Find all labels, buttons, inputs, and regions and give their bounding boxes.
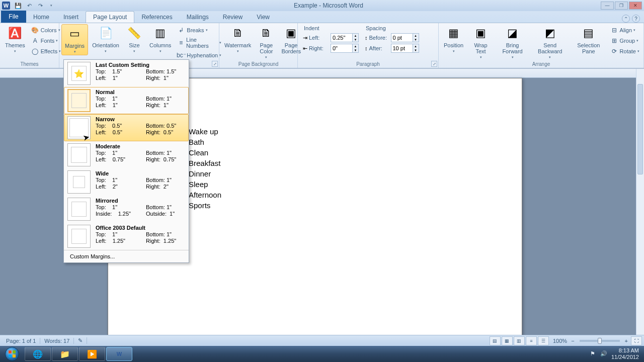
doc-line: Clean <box>189 147 441 158</box>
size-icon: 📏 <box>126 25 142 41</box>
bring-forward-icon: ◪ <box>505 25 521 41</box>
indent-right-input[interactable]: ▲▼ <box>331 44 359 53</box>
quick-access-toolbar: 💾 ↶ ↷ ▾ <box>12 1 56 10</box>
margin-option-name: Last Custom Setting <box>96 62 196 68</box>
colors-button[interactable]: 🎨Colors▾ <box>29 25 63 35</box>
size-button[interactable]: 📏Size▾ <box>123 24 145 54</box>
indent-right-icon: ⇤ <box>303 45 307 52</box>
watermark-button[interactable]: 🗎Watermark▾ <box>221 24 254 54</box>
draft-view-button[interactable]: ☰ <box>538 336 549 345</box>
breaks-button[interactable]: ↲Breaks▾ <box>175 25 223 35</box>
minimize-button[interactable]: — <box>601 2 614 10</box>
spacing-label: Spacing <box>365 25 419 32</box>
clock-time: 8:13 AM <box>611 347 639 354</box>
margin-option-narrow[interactable]: NarrowTop: 0.5"Bottom: 0.5"Left: 0.5"Rig… <box>64 114 189 141</box>
mailings-tab[interactable]: Mailings <box>180 12 216 23</box>
line-numbers-button[interactable]: ≡Line Numbers▾ <box>175 36 223 50</box>
bring-forward-button[interactable]: ◪Bring Forward▾ <box>495 24 530 60</box>
tray-flag-icon[interactable]: ⚑ <box>589 350 596 357</box>
indent-left-input[interactable]: ▲▼ <box>331 33 359 42</box>
undo-icon[interactable]: ↶ <box>24 1 34 10</box>
margins-button[interactable]: ▭Margins▾ <box>61 24 88 55</box>
vertical-scrollbar[interactable] <box>636 69 644 335</box>
spacing-after-input[interactable]: ▲▼ <box>391 44 419 53</box>
zoom-out-button[interactable]: − <box>571 338 574 344</box>
page-setup-dialog-launcher[interactable]: ⤢ <box>212 61 218 67</box>
page-status[interactable]: Page: 1 of 1 <box>2 338 40 344</box>
tray-volume-icon[interactable]: 🔊 <box>600 350 607 357</box>
window-title: Example - Microsoft Word <box>56 2 601 9</box>
columns-button[interactable]: ▥Columns▾ <box>146 24 174 54</box>
page-color-button[interactable]: 🗎Page Color▾ <box>255 24 277 60</box>
margin-option-normal[interactable]: NormalTop: 1"Bottom: 1"Left: 1"Right: 1" <box>64 87 189 114</box>
zoom-level[interactable]: 100% <box>550 338 570 344</box>
print-layout-view-button[interactable]: ▤ <box>490 336 501 345</box>
margin-option-name: Narrow <box>96 116 196 122</box>
margin-option-last-custom-setting[interactable]: ⭐Last Custom SettingTop: 1.5"Bottom: 1.5… <box>64 60 189 87</box>
fonts-icon: A <box>31 37 39 45</box>
page-background-group-label: Page Background <box>221 60 295 68</box>
scrollbar-thumb[interactable] <box>637 84 643 174</box>
qat-customize-icon[interactable]: ▾ <box>46 1 56 10</box>
selection-pane-button[interactable]: ▤Selection Pane <box>570 24 607 55</box>
position-button[interactable]: ▦Position▾ <box>441 24 466 54</box>
margin-option-mirrored[interactable]: MirroredTop: 1"Bottom: 1"Inside: 1.25"Ou… <box>64 196 189 223</box>
page-layout-tab[interactable]: Page Layout <box>86 11 134 23</box>
references-tab[interactable]: References <box>134 12 179 23</box>
custom-margins-button[interactable]: Custom Margins... <box>64 250 189 262</box>
insert-tab[interactable]: Insert <box>56 12 86 23</box>
full-screen-view-button[interactable]: ▦ <box>502 336 513 345</box>
fonts-button[interactable]: AFonts▾ <box>29 36 63 46</box>
fit-page-button[interactable]: ⛶ <box>631 336 642 345</box>
paragraph-group: Indent ⇥Left:▲▼ ⇤Right:▲▼ Spacing ↕Befor… <box>298 23 439 68</box>
rotate-button[interactable]: ⟳Rotate▾ <box>608 46 641 56</box>
colors-icon: 🎨 <box>31 26 39 34</box>
chevron-down-icon: ▾ <box>14 49 16 53</box>
themes-icon: 🅰️ <box>7 25 23 41</box>
taskbar-ie-button[interactable]: 🌐 <box>25 347 51 361</box>
align-button[interactable]: ⊟Align▾ <box>608 25 641 35</box>
rotate-icon: ⟳ <box>610 47 618 55</box>
taskbar-explorer-button[interactable]: 📁 <box>52 347 78 361</box>
themes-button[interactable]: 🅰️ Themes ▾ <box>2 24 28 54</box>
start-button[interactable] <box>0 346 24 362</box>
spacing-before-icon: ↕ <box>365 35 368 41</box>
word-count-status[interactable]: Words: 17 <box>40 338 74 344</box>
web-layout-view-button[interactable]: ▥ <box>514 336 525 345</box>
orientation-button[interactable]: 📄Orientation▾ <box>89 24 122 54</box>
send-backward-icon: ◩ <box>542 25 558 41</box>
zoom-slider[interactable] <box>580 340 620 342</box>
effects-button[interactable]: ◯Effects▾ <box>29 46 63 56</box>
file-tab[interactable]: File <box>1 11 26 23</box>
send-backward-button[interactable]: ◩Send Backward▾ <box>531 24 569 60</box>
home-tab[interactable]: Home <box>26 12 56 23</box>
group-button[interactable]: ⊞Group▾ <box>608 36 641 46</box>
minimize-ribbon-icon[interactable]: ⌃ <box>622 15 630 23</box>
system-tray[interactable]: ⚑ 🔊 8:13 AM11/24/2012 <box>589 347 644 360</box>
margin-option-moderate[interactable]: ModerateTop: 1"Bottom: 1"Left: 0.75"Righ… <box>64 141 189 168</box>
position-icon: ▦ <box>446 25 462 41</box>
taskbar-word-button[interactable]: W <box>106 347 132 361</box>
taskbar-media-button[interactable]: ▶️ <box>79 347 105 361</box>
arrange-group: ▦Position▾ ▣Wrap Text▾ ◪Bring Forward▾ ◩… <box>439 23 644 68</box>
help-icon[interactable]: ? <box>632 15 640 23</box>
review-tab[interactable]: Review <box>216 12 250 23</box>
close-button[interactable]: ✕ <box>629 2 642 10</box>
outline-view-button[interactable]: ≡ <box>526 336 537 345</box>
wrap-text-button[interactable]: ▣Wrap Text▾ <box>467 24 494 60</box>
zoom-slider-handle[interactable] <box>598 338 602 344</box>
spacing-before-input[interactable]: ▲▼ <box>391 33 419 42</box>
margin-option-wide[interactable]: WideTop: 1"Bottom: 1"Left: 2"Right: 2" <box>64 168 189 196</box>
proofing-status[interactable]: ✎ <box>74 337 87 344</box>
hyphenation-button[interactable]: bc⁻Hyphenation▾ <box>175 50 223 60</box>
save-icon[interactable]: 💾 <box>13 1 23 10</box>
paragraph-dialog-launcher[interactable]: ⤢ <box>431 61 437 67</box>
word-app-icon: W <box>2 2 10 10</box>
wrap-text-icon: ▣ <box>473 25 489 41</box>
margin-option-office-2003-default[interactable]: Office 2003 DefaultTop: 1"Bottom: 1"Left… <box>64 223 189 250</box>
view-tab[interactable]: View <box>250 12 277 23</box>
page-background-group: 🗎Watermark▾ 🗎Page Color▾ ▣Page Borders P… <box>219 23 298 68</box>
restore-button[interactable]: ❐ <box>615 2 628 10</box>
zoom-in-button[interactable]: + <box>625 338 628 344</box>
redo-icon[interactable]: ↷ <box>35 1 45 10</box>
